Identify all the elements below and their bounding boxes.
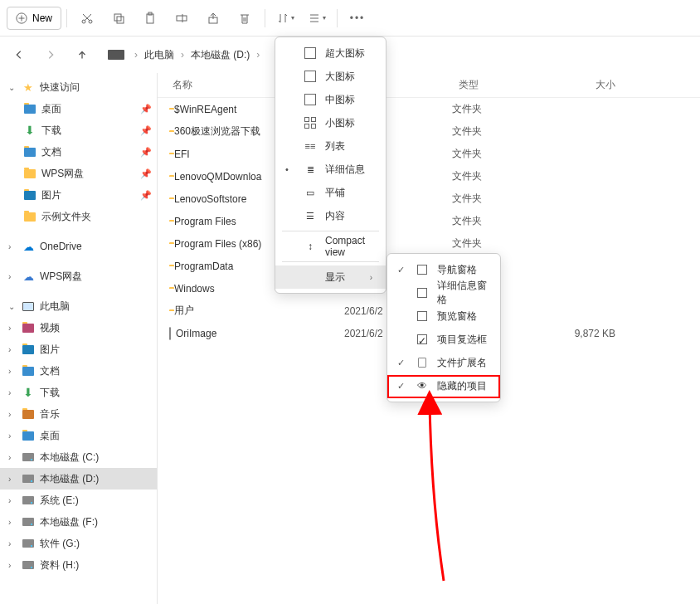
chevron-right-icon: › — [8, 475, 17, 484]
rename-icon — [175, 12, 188, 25]
sidebar-item[interactable]: ›本地磁盘 (D:) — [0, 468, 157, 490]
up-button[interactable] — [70, 42, 95, 67]
sidebar-item[interactable]: ›软件 (G:) — [0, 533, 157, 554]
file-name: ProgramData — [174, 261, 233, 272]
blank-icon — [304, 270, 317, 284]
pin-icon: 📌 — [140, 147, 152, 158]
menu-item[interactable]: ✓文件扩展名 — [387, 351, 500, 374]
sidebar-this-pc[interactable]: ⌄ 此电脑 — [0, 295, 157, 317]
delete-button[interactable] — [230, 5, 260, 32]
breadcrumb[interactable]: › 此电脑 › 本地磁盘 (D:) › — [108, 48, 263, 62]
sidebar-item[interactable]: ›本地磁盘 (C:) — [0, 446, 157, 468]
sidebar-onedrive[interactable]: › ☁ OneDrive — [0, 236, 157, 257]
menu-item[interactable]: 详细信息窗格 — [387, 281, 500, 304]
table-row[interactable]: LenovoSoftstore6 23:31文件夹 — [158, 188, 700, 210]
menu-item[interactable]: ☰内容 — [275, 204, 386, 227]
view-mode-icon: ≣ — [304, 163, 317, 176]
breadcrumb-item[interactable]: 本地磁盘 (D:) — [191, 48, 250, 62]
chevron-right-icon: › — [8, 388, 17, 397]
pin-icon: 📌 — [140, 104, 152, 114]
item-icon — [22, 407, 35, 421]
col-size[interactable]: 大小 — [539, 78, 622, 92]
sidebar-item[interactable]: ›视频 — [0, 317, 157, 339]
new-label: New — [32, 12, 52, 24]
sidebar-item[interactable]: ›图片 — [0, 339, 157, 360]
chevron-right-icon: › — [8, 345, 17, 354]
col-type[interactable]: 类型 — [452, 78, 539, 92]
sidebar-item[interactable]: ›本地磁盘 (F:) — [0, 511, 157, 533]
plus-icon — [16, 12, 27, 24]
menu-item[interactable]: ✓👁隐藏的项目 — [387, 374, 500, 397]
forward-button[interactable] — [38, 42, 63, 67]
menu-item[interactable]: •≣详细信息 — [275, 158, 386, 181]
item-icon — [22, 472, 35, 485]
sidebar-label: 本地磁盘 (F:) — [40, 515, 152, 529]
menu-item[interactable]: 预览窗格 — [387, 304, 500, 328]
cut-button[interactable] — [72, 5, 102, 32]
new-button[interactable]: New — [7, 7, 61, 30]
table-row[interactable]: $WinREAgent2:15文件夹 — [158, 98, 700, 120]
breadcrumb-item[interactable]: 此电脑 — [144, 48, 174, 62]
view-mode-icon — [304, 46, 317, 60]
menu-item[interactable]: ▭平铺 — [275, 181, 386, 204]
menu-item[interactable]: ≡≡列表 — [275, 134, 386, 158]
file-type: 文件夹 — [452, 102, 539, 116]
view-button[interactable]: ▾ — [302, 5, 332, 32]
rename-button[interactable] — [167, 5, 197, 32]
menu-item[interactable]: ✓导航窗格 — [387, 258, 500, 281]
file-name: OriImage — [176, 328, 216, 339]
sidebar-wps[interactable]: › ☁ WPS网盘 — [0, 265, 157, 287]
menu-label: 预览窗格 — [437, 309, 487, 324]
menu-compact-view[interactable]: ↕ Compact view — [275, 235, 386, 258]
submenu-icon — [416, 356, 429, 369]
sidebar-label: 资料 (H:) — [40, 558, 152, 572]
table-row[interactable]: LenovoQMDownloa6 19:40文件夹 — [158, 165, 700, 188]
sidebar-item[interactable]: 桌面📌 — [0, 98, 157, 119]
table-row[interactable]: EFI6 17:18文件夹 — [158, 143, 700, 165]
arrow-right-icon — [45, 49, 56, 61]
sort-button[interactable]: ▾ — [270, 5, 300, 32]
sidebar-item[interactable]: 示例文件夹 — [0, 206, 157, 227]
sidebar-item[interactable]: ›文档 — [0, 360, 157, 382]
sidebar-item[interactable]: 图片📌 — [0, 184, 157, 206]
table-row[interactable]: Program Files2:41文件夹 — [158, 210, 700, 232]
sidebar-item[interactable]: WPS网盘📌 — [0, 163, 157, 184]
menu-label: 隐藏的项目 — [437, 379, 487, 393]
copy-icon — [112, 12, 125, 25]
sidebar-label: 快速访问 — [40, 80, 152, 95]
share-button[interactable] — [198, 5, 228, 32]
sidebar-item[interactable]: ›音乐 — [0, 403, 157, 425]
sidebar-item[interactable]: ›系统 (E:) — [0, 490, 157, 511]
sidebar-item[interactable]: ›资料 (H:) — [0, 554, 157, 576]
sidebar-label: 音乐 — [40, 407, 152, 421]
file-name: 360极速浏览器下载 — [174, 124, 260, 139]
back-button[interactable] — [7, 42, 32, 67]
pin-icon: 📌 — [140, 168, 152, 179]
menu-item[interactable]: 中图标 — [275, 88, 386, 111]
paste-button[interactable] — [135, 5, 165, 32]
sidebar-item[interactable]: ⬇下载📌 — [0, 119, 157, 141]
menu-show[interactable]: 显示 › — [275, 265, 386, 289]
menu-item[interactable]: 超大图标 — [275, 41, 386, 65]
chevron-down-icon: ⌄ — [8, 83, 17, 92]
pc-icon — [22, 300, 35, 313]
sidebar-quick-access[interactable]: ⌄ ★ 快速访问 — [0, 76, 157, 98]
copy-button[interactable] — [104, 5, 134, 32]
view-mode-icon — [304, 70, 317, 83]
menu-item[interactable]: 小图标 — [275, 111, 386, 134]
sidebar-label: 下载 — [40, 386, 152, 400]
chevron-right-icon: › — [8, 324, 17, 333]
menu-item[interactable]: ✓项目复选框 — [387, 328, 500, 351]
menu-item[interactable]: 大图标 — [275, 65, 386, 88]
submenu-icon — [416, 309, 429, 323]
item-icon — [22, 321, 35, 334]
sidebar-item[interactable]: ›桌面 — [0, 425, 157, 446]
sidebar-item[interactable]: ›⬇下载 — [0, 382, 157, 403]
sidebar-item[interactable]: 文档📌 — [0, 141, 157, 163]
table-row[interactable]: 360极速浏览器下载3 17:26文件夹 — [158, 120, 700, 143]
more-button[interactable]: ••• — [343, 5, 372, 32]
table-row[interactable]: Program Files (x86)6 15:00文件夹 — [158, 232, 700, 255]
submenu-icon — [416, 263, 429, 276]
menu-label: 平铺 — [325, 186, 372, 200]
separator — [337, 9, 338, 27]
